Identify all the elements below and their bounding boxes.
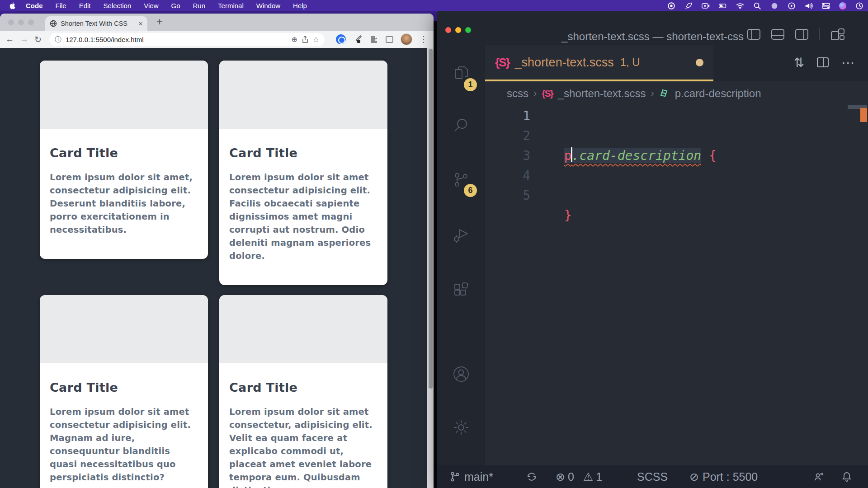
token-close-brace: }: [564, 208, 572, 223]
status-live-server[interactable]: ⊘ Port : 5500: [689, 465, 758, 488]
run-debug-icon: [451, 225, 471, 245]
code-line-1[interactable]: p.card-description {: [549, 146, 717, 166]
extensions-puzzle-icon[interactable]: [369, 35, 378, 44]
toggle-secondary-sidebar-icon[interactable]: [795, 29, 808, 40]
card-description: Lorem ipsum dolor sit amet consectetur a…: [229, 171, 377, 263]
live-server-port: Port : 5500: [703, 470, 758, 483]
extension-1password-icon[interactable]: [336, 34, 346, 44]
clock-icon[interactable]: [855, 2, 863, 10]
back-button[interactable]: ←: [5, 34, 14, 44]
browser-tab[interactable]: Shorten Text With CSS ×: [45, 16, 147, 31]
card-image-placeholder: [40, 61, 208, 129]
apple-logo-icon[interactable]: [9, 2, 17, 9]
activity-settings[interactable]: [437, 407, 485, 448]
battery-icon[interactable]: [719, 2, 727, 10]
unsaved-changes-dot[interactable]: [696, 59, 703, 66]
url-text[interactable]: 127.0.0.1:5500/index.html: [66, 36, 144, 43]
menu-help[interactable]: Help: [287, 2, 313, 9]
activity-explorer[interactable]: 1: [437, 53, 485, 95]
bookmark-star-icon[interactable]: ☆: [313, 35, 319, 44]
globe-favicon: [50, 20, 57, 27]
menu-edit[interactable]: Edit: [73, 2, 97, 9]
more-actions-icon[interactable]: ⋯: [841, 55, 855, 70]
side-panel-icon[interactable]: [386, 36, 393, 43]
site-info-icon[interactable]: ⓘ: [55, 35, 61, 44]
tab-close-icon[interactable]: ×: [138, 20, 143, 28]
minimize-window-button[interactable]: [18, 19, 24, 25]
status-dot-icon[interactable]: [770, 2, 778, 10]
activity-accounts[interactable]: [437, 353, 485, 395]
spotlight-search-icon[interactable]: [753, 2, 761, 10]
divider: [819, 28, 820, 40]
menu-selection[interactable]: Selection: [97, 2, 138, 9]
volume-icon[interactable]: [805, 2, 813, 10]
maximize-window-button[interactable]: [28, 19, 34, 25]
status-problems[interactable]: ⊗ 0 ⚠ 1: [556, 465, 602, 488]
address-bar[interactable]: ⓘ 127.0.0.1:5500/index.html ⊕ ☆: [49, 33, 325, 46]
language-label: SCSS: [637, 470, 668, 483]
menu-app-code[interactable]: Code: [19, 2, 49, 9]
rocket-icon[interactable]: [684, 2, 693, 10]
extension-icons: ⋮: [336, 33, 428, 45]
extension-colorpicker-icon[interactable]: [353, 35, 362, 44]
menu-window[interactable]: Window: [250, 2, 287, 9]
siri-icon[interactable]: [839, 2, 846, 9]
menu-run[interactable]: Run: [187, 2, 212, 9]
gear-icon: [451, 418, 471, 437]
menu-file[interactable]: File: [49, 2, 73, 9]
breadcrumb-file[interactable]: _shorten-text.scss: [558, 87, 646, 100]
screen-record-icon[interactable]: [702, 2, 710, 10]
line-number-gutter: 1 2 3 4 5: [491, 106, 530, 206]
browser-tab-strip: Shorten Text With CSS × +: [0, 14, 434, 31]
code-line-2[interactable]: }: [549, 206, 717, 225]
browser-traffic-lights: [8, 19, 34, 25]
selector-highlight: p.card-description: [564, 148, 701, 163]
page-scrollbar[interactable]: [427, 48, 434, 488]
toggle-panel-icon[interactable]: [771, 29, 784, 40]
breadcrumb-folder[interactable]: scss: [507, 87, 528, 100]
code-editor[interactable]: 1 2 3 4 5 p.card-description { }: [485, 105, 868, 465]
activity-source-control[interactable]: 6: [437, 159, 485, 201]
account-icon: [451, 364, 471, 384]
explorer-badge: 1: [464, 78, 477, 91]
share-icon[interactable]: [302, 36, 309, 43]
editor-tab-active[interactable]: {S} _shorten-text.scss 1, U: [485, 45, 713, 81]
menu-view[interactable]: View: [137, 2, 165, 9]
branch-name: main*: [464, 470, 493, 483]
reload-button[interactable]: ↻: [34, 34, 42, 45]
zoom-icon[interactable]: ⊕: [291, 35, 297, 44]
editor-tab-bar: {S} _shorten-text.scss 1, U ⇅ ⋯: [485, 45, 868, 81]
screen-mirroring-icon[interactable]: [788, 2, 796, 10]
close-window-button[interactable]: [8, 19, 14, 25]
activity-search[interactable]: [437, 104, 485, 146]
card-description: Lorem ipsum dolor sit amet, consectetur …: [50, 171, 198, 236]
status-live-share[interactable]: [813, 465, 825, 488]
customize-layout-icon[interactable]: [831, 28, 844, 40]
record-icon[interactable]: [667, 2, 675, 10]
vscode-window: _shorten-text.scss — shorten-text-css 1: [437, 9, 868, 488]
code-content[interactable]: p.card-description { }: [549, 106, 717, 265]
wifi-icon[interactable]: [736, 2, 744, 10]
profile-avatar[interactable]: [401, 33, 412, 45]
status-sync[interactable]: [526, 465, 538, 488]
activity-extensions[interactable]: [437, 269, 485, 311]
scrollbar-thumb[interactable]: [429, 49, 433, 389]
layout-controls: [747, 28, 844, 40]
control-center-icon[interactable]: [822, 2, 830, 10]
status-language-mode[interactable]: SCSS: [637, 465, 668, 488]
activity-run-debug[interactable]: [437, 214, 485, 256]
breadcrumbs: scss › {S} _shorten-text.scss › p.card-d…: [485, 81, 868, 105]
breadcrumb-symbol[interactable]: p.card-description: [675, 87, 761, 100]
new-tab-button[interactable]: +: [156, 16, 162, 28]
open-changes-icon[interactable]: ⇅: [794, 55, 804, 70]
forward-button[interactable]: →: [20, 34, 28, 44]
split-editor-icon[interactable]: [817, 57, 829, 67]
status-notifications[interactable]: [841, 465, 853, 488]
card-title: Card Title: [229, 146, 377, 160]
menu-kebab-icon[interactable]: ⋮: [420, 34, 428, 44]
menu-go[interactable]: Go: [165, 2, 187, 9]
menu-terminal[interactable]: Terminal: [212, 2, 250, 9]
toggle-sidebar-icon[interactable]: [747, 29, 760, 40]
tab-git-decoration: 1, U: [620, 56, 640, 69]
status-branch[interactable]: main*: [449, 465, 493, 488]
